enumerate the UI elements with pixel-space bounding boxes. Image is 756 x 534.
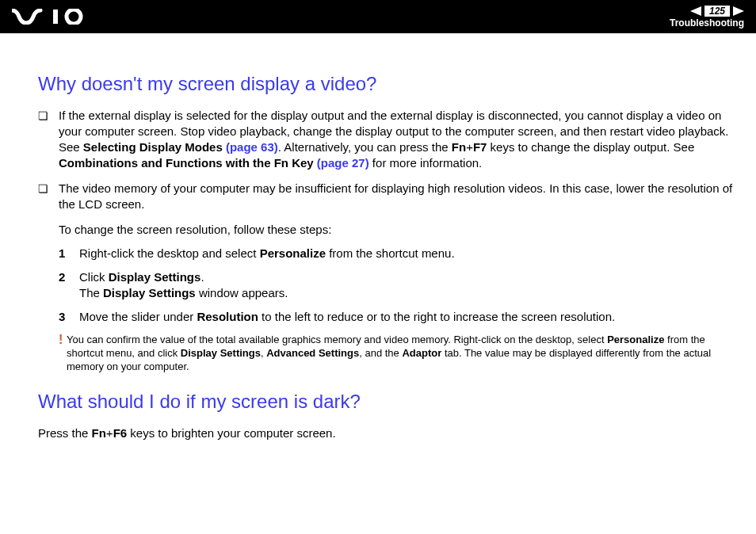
text: Press the — [38, 426, 92, 440]
text-bold: Display Settings — [103, 286, 196, 299]
header-nav: 125 Troubleshooting — [670, 0, 744, 33]
bullet-text: The video memory of your computer may be… — [59, 181, 740, 212]
text-bold: Advanced Settings — [266, 347, 359, 359]
text: Click — [79, 270, 109, 284]
svg-rect-0 — [53, 10, 58, 24]
vaio-logo-svg — [12, 9, 87, 25]
page-link[interactable]: (page 63) — [226, 140, 278, 154]
text-bold: F6 — [113, 426, 128, 440]
text: keys to brighten your computer screen. — [127, 426, 335, 440]
page-nav: 125 — [690, 6, 744, 17]
svg-marker-3 — [733, 6, 744, 16]
text: from the shortcut menu. — [326, 246, 455, 260]
text: keys to change the display output. See — [487, 140, 694, 154]
step-number: 2 — [59, 269, 68, 285]
text: . Alternatively, you can press the — [278, 140, 452, 154]
svg-point-1 — [67, 10, 81, 24]
step-text: Right-click the desktop and select Perso… — [79, 246, 740, 261]
text: , and the — [359, 347, 402, 359]
text: window appears. — [196, 286, 288, 299]
text: + — [106, 426, 113, 440]
text: . — [200, 270, 204, 284]
text-bold: Personalize — [260, 246, 326, 260]
step-text: Move the slider under Resolution to the … — [79, 309, 740, 325]
heading-dark-screen: What should I do if my screen is dark? — [38, 391, 740, 413]
page-number: 125 — [704, 6, 730, 17]
text-bold: F7 — [473, 140, 487, 154]
next-page-icon[interactable] — [733, 6, 744, 16]
header-bar: 125 Troubleshooting — [0, 0, 756, 33]
step-number: 3 — [59, 309, 68, 325]
heading-video: Why doesn't my screen display a video? — [38, 73, 740, 95]
bullet-marker-icon: ❏ — [38, 181, 49, 196]
vaio-logo — [12, 9, 87, 25]
text: Move the slider under — [79, 310, 197, 323]
note-text: You can confirm the value of the total a… — [67, 333, 740, 373]
text-bold: Adaptor — [402, 347, 441, 359]
step-item: 1 Right-click the desktop and select Per… — [59, 246, 740, 269]
text-bold: Personalize — [607, 334, 664, 345]
text-bold: Fn — [92, 426, 106, 440]
prev-page-icon[interactable] — [690, 6, 701, 16]
text-bold: Display Settings — [109, 270, 201, 284]
bullet-text: If the external display is selected for … — [59, 108, 740, 171]
section-label: Troubleshooting — [670, 17, 744, 29]
text-bold: Resolution — [197, 310, 258, 323]
step-item: 2 Click Display Settings. The Display Se… — [59, 269, 740, 309]
note-icon: ! — [59, 333, 63, 347]
step-item: 3 Move the slider under Resolution to th… — [59, 309, 740, 333]
text-bold: Display Settings — [181, 347, 261, 359]
page-link[interactable]: (page 27) — [317, 156, 369, 170]
text: You can confirm the value of the total a… — [67, 334, 607, 345]
text: Right-click the desktop and select — [79, 246, 260, 260]
step-number: 1 — [59, 246, 68, 261]
text: for more information. — [369, 156, 483, 170]
note: ! You can confirm the value of the total… — [59, 333, 740, 373]
paragraph: Press the Fn+F6 keys to brighten your co… — [38, 425, 740, 441]
text-bold: Fn — [452, 140, 466, 154]
page-content: Why doesn't my screen display a video? ❏… — [0, 33, 756, 457]
text-bold: Selecting Display Modes — [83, 140, 226, 154]
text-bold: Combinations and Functions with the Fn K… — [59, 156, 317, 170]
svg-marker-2 — [690, 6, 701, 16]
bullet-item: ❏ The video memory of your computer may … — [38, 181, 740, 222]
bullet-item: ❏ If the external display is selected fo… — [38, 108, 740, 181]
text: The — [79, 286, 103, 299]
text: + — [466, 140, 473, 154]
text: to the left to reduce or to the right to… — [258, 310, 615, 323]
bullet-marker-icon: ❏ — [38, 108, 49, 124]
steps-intro: To change the screen resolution, follow … — [59, 222, 740, 246]
step-text: Click Display Settings. The Display Sett… — [79, 269, 740, 301]
